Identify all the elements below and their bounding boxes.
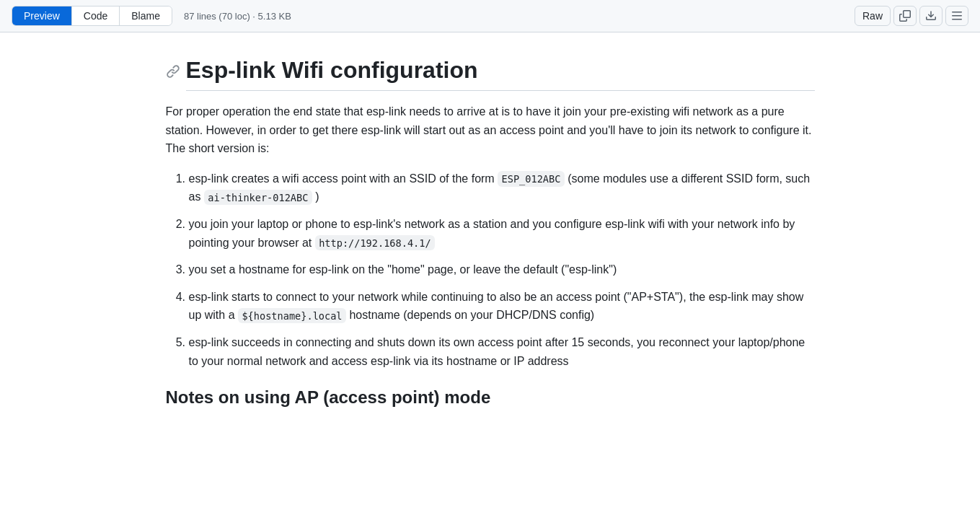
list-item: esp-link succeeds in connecting and shut… [189,333,815,370]
tab-preview[interactable]: Preview [12,6,72,25]
file-info: 87 lines (70 loc) · 5.13 KB [184,11,291,22]
step4-text: esp-link starts to connect to your netwo… [189,291,804,322]
toolbar-actions: Raw [855,6,968,26]
download-icon [925,10,937,22]
step3-text: you set a hostname for esp-link on the "… [189,263,617,276]
heading-anchor[interactable] [166,64,180,82]
list-item: esp-link creates a wifi access point wit… [189,170,815,206]
page-title: Esp-link Wifi configuration [186,56,815,91]
step2-text: you join your laptop or phone to esp-lin… [189,218,795,249]
markdown-content: Esp-link Wifi configuration For proper o… [137,32,844,436]
code-url: http://192.168.4.1/ [315,235,435,250]
code-hostname: ${hostname}.local [238,308,346,323]
list-item: you join your laptop or phone to esp-lin… [189,215,815,252]
section2-title: Notes on using AP (access point) mode [166,387,815,413]
list-item: you set a hostname for esp-link on the "… [189,260,815,279]
prose-body: For proper operation the end state that … [166,102,815,413]
view-tabs: Preview Code Blame [12,6,172,26]
step5-text: esp-link succeeds in connecting and shut… [189,336,805,367]
code-ai-thinker: ai-thinker-012ABC [204,190,312,205]
steps-list: esp-link creates a wifi access point wit… [189,170,815,370]
raw-button[interactable]: Raw [855,6,891,26]
copy-raw-button[interactable] [893,6,917,26]
heading-section: Esp-link Wifi configuration [166,56,815,91]
menu-icon [951,10,963,22]
tab-code[interactable]: Code [72,6,120,25]
step1-text: esp-link creates a wifi access point wit… [189,172,811,203]
intro-paragraph: For proper operation the end state that … [166,102,815,158]
code-esp012abc: ESP_012ABC [498,171,565,186]
download-button[interactable] [919,6,943,26]
copy-icon [899,10,911,22]
list-item: esp-link starts to connect to your netwo… [189,288,815,325]
link-icon [166,64,180,79]
tab-blame[interactable]: Blame [120,6,172,25]
more-options-button[interactable] [945,6,968,26]
file-toolbar: Preview Code Blame 87 lines (70 loc) · 5… [0,0,980,32]
